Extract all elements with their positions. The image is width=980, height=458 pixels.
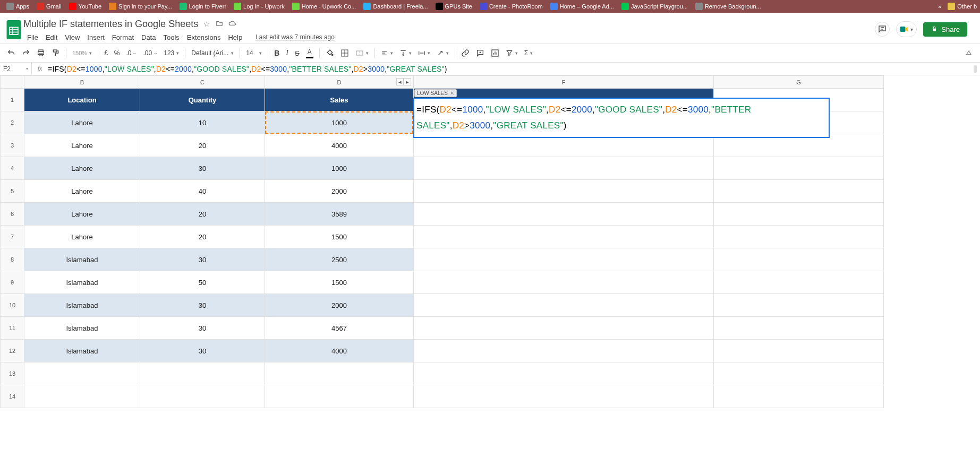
cell[interactable] <box>414 340 714 362</box>
row-header[interactable]: 9 <box>1 271 24 294</box>
select-all-corner[interactable] <box>1 76 24 89</box>
row-header[interactable]: 11 <box>1 317 24 340</box>
sheets-icon[interactable] <box>4 17 23 42</box>
cell-sales[interactable]: 4567 <box>265 317 414 340</box>
menu-help[interactable]: Help <box>224 32 246 43</box>
cell-sales[interactable]: 2000 <box>265 294 414 317</box>
strike-button[interactable]: S <box>292 47 302 59</box>
menu-edit[interactable]: Edit <box>42 32 61 43</box>
name-box[interactable]: F2▾ <box>0 63 32 75</box>
rotate-button[interactable]: ▾ <box>434 47 451 59</box>
cell-quantity[interactable]: 50 <box>140 271 265 294</box>
valign-button[interactable]: ▾ <box>397 47 414 59</box>
share-button[interactable]: Share <box>923 22 967 37</box>
cell[interactable] <box>714 271 884 294</box>
functions-button[interactable]: Σ▾ <box>522 47 535 59</box>
move-icon[interactable] <box>216 20 223 29</box>
row-header-1[interactable]: 1 <box>1 89 24 111</box>
row-header[interactable]: 12 <box>1 340 24 362</box>
column-header-b[interactable]: B <box>24 76 140 89</box>
row-header[interactable]: 7 <box>1 226 24 248</box>
cell-sales[interactable]: 1000 <box>265 157 414 180</box>
menu-tools[interactable]: Tools <box>159 32 183 43</box>
row-header[interactable]: 8 <box>1 248 24 271</box>
cell[interactable] <box>414 180 714 203</box>
cell[interactable] <box>414 226 714 248</box>
cell-location[interactable]: Lahore <box>24 157 140 180</box>
bookmark-item[interactable]: Create - PhotoRoom <box>476 3 546 10</box>
cell[interactable] <box>714 385 884 408</box>
cell-quantity[interactable]: 10 <box>140 111 265 134</box>
doc-title[interactable]: Multiple IF statementes in Google Sheets <box>23 19 198 30</box>
bookmark-item[interactable]: Gmail <box>33 3 65 10</box>
cell-quantity[interactable]: 20 <box>140 203 265 226</box>
cloud-icon[interactable] <box>228 20 237 29</box>
menu-view[interactable]: View <box>61 32 83 43</box>
row-header[interactable]: 3 <box>1 134 24 157</box>
cell[interactable] <box>714 203 884 226</box>
italic-button[interactable]: I <box>283 47 291 59</box>
bookmark-item[interactable]: Apps <box>3 3 32 10</box>
cell[interactable] <box>414 362 714 385</box>
cell[interactable] <box>414 317 714 340</box>
currency-button[interactable]: £ <box>101 47 110 59</box>
menu-data[interactable]: Data <box>138 32 159 43</box>
close-icon[interactable]: ✕ <box>450 90 454 96</box>
comments-button[interactable] <box>875 22 890 37</box>
cell[interactable] <box>414 294 714 317</box>
cell-quantity[interactable]: 30 <box>140 340 265 362</box>
cell-editor[interactable]: =IFS(D2<=1000,"LOW SALES",D2<=2000,"GOOD… <box>413 98 830 138</box>
meet-button[interactable]: ▾ <box>896 21 917 37</box>
print-button[interactable] <box>34 47 48 59</box>
menu-extensions[interactable]: Extensions <box>183 32 225 43</box>
cell-location[interactable]: Islamabad <box>24 248 140 271</box>
scroll-right-icon[interactable]: ▸ <box>404 78 411 85</box>
table-header-location[interactable]: Location <box>24 89 140 111</box>
halign-button[interactable]: ▾ <box>378 47 396 59</box>
last-edit-info[interactable]: Last edit was 7 minutes ago <box>255 33 335 41</box>
bookmark-item[interactable]: Home - Upwork Co... <box>289 3 360 10</box>
cell-sales[interactable]: 1500 <box>265 226 414 248</box>
cell[interactable] <box>414 271 714 294</box>
formula-bar-resize[interactable] <box>974 65 977 73</box>
cell-location[interactable]: Lahore <box>24 111 140 134</box>
text-color-button[interactable]: A <box>303 46 316 61</box>
row-header[interactable]: 10 <box>1 294 24 317</box>
bookmark-item[interactable]: Dashboard | Freela... <box>360 3 431 10</box>
redo-button[interactable] <box>19 47 33 59</box>
cell-location[interactable]: Islamabad <box>24 271 140 294</box>
cell-quantity[interactable]: 30 <box>140 294 265 317</box>
cell-sales[interactable]: 2500 <box>265 248 414 271</box>
row-header[interactable]: 14 <box>1 385 24 408</box>
borders-button[interactable] <box>338 47 352 59</box>
formula-bar[interactable]: =IFS(D2<=1000,"LOW SALES",D2<=2000,"GOOD… <box>48 65 974 73</box>
column-header-g[interactable]: G <box>714 76 884 89</box>
table-header-quantity[interactable]: Quantity <box>140 89 265 111</box>
cell-quantity[interactable]: 40 <box>140 180 265 203</box>
fill-color-button[interactable] <box>323 47 337 59</box>
toolbar-collapse[interactable]: ㅿ <box>962 46 976 61</box>
decrease-decimal-button[interactable]: .0← <box>124 47 140 59</box>
cell[interactable] <box>714 180 884 203</box>
cell-location[interactable]: Islamabad <box>24 317 140 340</box>
bookmark-item[interactable]: Remove Backgroun... <box>692 3 764 10</box>
cell-location[interactable]: Islamabad <box>24 340 140 362</box>
cell[interactable] <box>714 362 884 385</box>
column-header-f[interactable]: F <box>414 76 714 89</box>
cell-sales[interactable]: 4000 <box>265 134 414 157</box>
link-button[interactable] <box>458 47 472 59</box>
cell[interactable] <box>414 248 714 271</box>
table-header-sales[interactable]: Sales <box>265 89 414 111</box>
font-select[interactable]: Default (Ari...▾ <box>189 47 236 59</box>
cell-location[interactable]: Lahore <box>24 180 140 203</box>
cell-sales[interactable]: 4000 <box>265 340 414 362</box>
cell[interactable] <box>265 385 414 408</box>
cell[interactable] <box>24 385 140 408</box>
cell-sales[interactable]: 1500 <box>265 271 414 294</box>
bookmark-item[interactable]: Log In - Upwork <box>231 3 288 10</box>
spreadsheet-grid[interactable]: B C D ◂ ▸ F G 1 Location Quantity Sales … <box>0 75 980 408</box>
cell[interactable] <box>714 340 884 362</box>
cell-location[interactable]: Lahore <box>24 134 140 157</box>
column-header-c[interactable]: C <box>140 76 265 89</box>
cell-sales[interactable]: 1000 <box>265 111 414 134</box>
